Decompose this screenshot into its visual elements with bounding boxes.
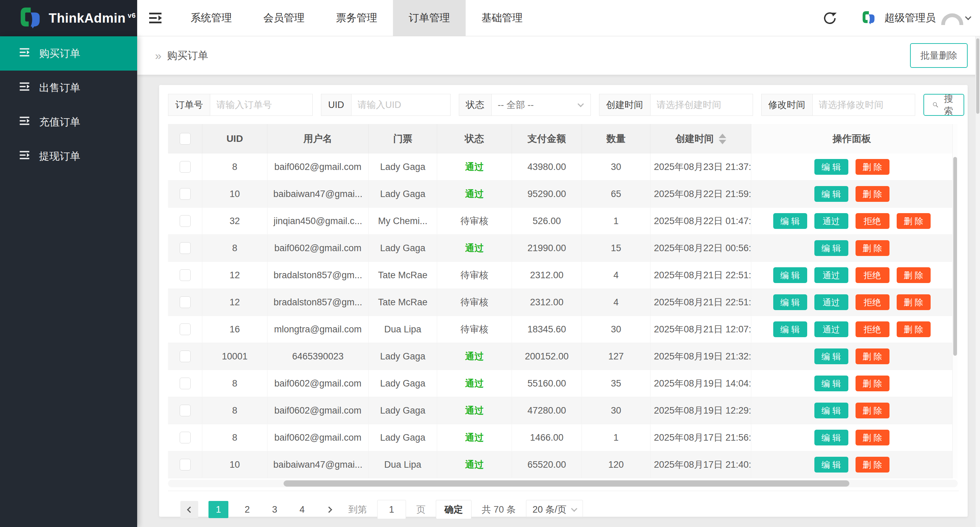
update-time-input[interactable] [812, 94, 915, 116]
search-button[interactable]: 搜 索 [923, 94, 964, 116]
cell-created: 2025年08月21日 22:51:4 [651, 262, 751, 289]
select-all-checkbox[interactable] [180, 133, 191, 144]
main-content: » 购买订单 批量删除 订单号 UID 状态 -- 全部 -- [137, 37, 980, 527]
sort-created-control[interactable] [719, 133, 726, 144]
nav-item-1[interactable]: 会员管理 [248, 0, 320, 36]
status-select[interactable]: -- 全部 -- [492, 94, 591, 116]
prev-page-button[interactable] [180, 501, 198, 518]
edit-button[interactable]: 编 辑 [815, 457, 848, 473]
table-horizontal-scrollbar[interactable] [168, 480, 958, 487]
row-checkbox[interactable] [180, 432, 191, 443]
page-size-select[interactable]: 20 条/页 [526, 500, 583, 519]
reject-button[interactable]: 拒绝 [856, 213, 889, 229]
approve-button[interactable]: 通过 [815, 267, 848, 283]
reject-button[interactable]: 拒绝 [856, 294, 889, 310]
approve-button[interactable]: 通过 [815, 294, 848, 310]
delete-button[interactable]: 删 除 [897, 294, 931, 310]
edit-button[interactable]: 编 辑 [815, 348, 848, 364]
table-vertical-scrollbar[interactable] [952, 124, 958, 478]
delete-button[interactable]: 删 除 [856, 376, 889, 391]
sidebar-item-2[interactable]: 充值订单 [0, 105, 137, 139]
row-checkbox-cell [168, 343, 202, 370]
delete-button[interactable]: 删 除 [856, 430, 889, 446]
next-page-button[interactable] [321, 501, 338, 518]
edit-button[interactable]: 编 辑 [815, 186, 848, 202]
cell-status: 待审核 [437, 262, 512, 289]
delete-button[interactable]: 删 除 [856, 240, 889, 256]
row-checkbox-cell [168, 424, 202, 451]
vertical-scrollbar-thumb[interactable] [953, 157, 957, 356]
search-icon [932, 100, 939, 110]
edit-button[interactable]: 编 辑 [815, 240, 848, 256]
cell-ticket: Lady Gaga [369, 154, 437, 180]
cell-created: 2025年08月17日 21:40:5 [651, 451, 751, 478]
nav-item-4[interactable]: 基础管理 [466, 0, 538, 36]
reject-button[interactable]: 拒绝 [856, 267, 889, 283]
delete-button[interactable]: 删 除 [856, 159, 889, 175]
row-checkbox[interactable] [180, 324, 191, 335]
cell-status: 通过 [437, 424, 512, 451]
sort-desc-icon[interactable] [719, 140, 726, 144]
approve-button[interactable]: 通过 [815, 213, 848, 229]
nav-item-3[interactable]: 订单管理 [393, 0, 466, 36]
page-scrollbar[interactable] [975, 37, 980, 527]
delete-button[interactable]: 删 除 [897, 267, 931, 283]
row-checkbox[interactable] [180, 269, 191, 281]
refresh-icon[interactable] [822, 10, 838, 26]
cell-ticket: Tate McRae [369, 289, 437, 316]
delete-button[interactable]: 删 除 [856, 186, 889, 202]
nav-item-2[interactable]: 票务管理 [320, 0, 393, 36]
uid-input[interactable] [351, 94, 450, 116]
sidebar-item-0[interactable]: 购买订单 [0, 37, 137, 71]
page-button-3[interactable]: 3 [266, 501, 283, 518]
row-checkbox[interactable] [180, 459, 191, 470]
order-no-label: 订单号 [168, 94, 210, 116]
edit-button[interactable]: 编 辑 [815, 159, 848, 175]
edit-button[interactable]: 编 辑 [815, 376, 848, 391]
username[interactable]: 超级管理员 [885, 11, 936, 25]
horizontal-scrollbar-thumb[interactable] [283, 480, 850, 487]
delete-button[interactable]: 删 除 [856, 457, 889, 473]
user-chevron-down-icon[interactable] [965, 14, 971, 20]
row-checkbox[interactable] [180, 351, 191, 362]
row-checkbox[interactable] [180, 242, 191, 254]
delete-button[interactable]: 删 除 [856, 403, 889, 418]
nav-item-0[interactable]: 系统管理 [175, 0, 248, 36]
delete-button[interactable]: 删 除 [856, 348, 889, 364]
sidebar-item-3[interactable]: 提现订单 [0, 139, 137, 173]
cell-uid: 10 [202, 451, 267, 478]
edit-button[interactable]: 编 辑 [773, 321, 807, 337]
order-no-input[interactable] [210, 94, 313, 116]
cell-created: 2025年08月21日 12:07:4 [651, 316, 751, 343]
sidebar-toggle-icon[interactable] [137, 0, 175, 36]
cell-user: baibaiwan47@gmai... [267, 451, 369, 478]
cell-amount: 21990.00 [512, 235, 582, 262]
edit-button[interactable]: 编 辑 [773, 294, 807, 310]
edit-button[interactable]: 编 辑 [773, 267, 807, 283]
orders-table: UID 用户名 门票 状态 支付金额 数量 创建时间 [168, 124, 952, 478]
goto-confirm-button[interactable]: 确定 [436, 500, 471, 519]
cell-qty: 30 [582, 154, 651, 180]
edit-button[interactable]: 编 辑 [815, 430, 848, 446]
sidebar-item-1[interactable]: 出售订单 [0, 71, 137, 105]
edit-button[interactable]: 编 辑 [773, 213, 807, 229]
delete-button[interactable]: 删 除 [897, 321, 931, 337]
row-checkbox[interactable] [180, 161, 191, 173]
approve-button[interactable]: 通过 [815, 321, 848, 337]
page-scrollbar-thumb[interactable] [976, 38, 979, 114]
row-checkbox[interactable] [180, 188, 191, 200]
delete-button[interactable]: 删 除 [897, 213, 931, 229]
row-checkbox[interactable] [180, 405, 191, 416]
row-checkbox[interactable] [180, 297, 191, 308]
page-button-4[interactable]: 4 [294, 501, 311, 518]
goto-page-input[interactable] [377, 500, 406, 519]
sort-asc-icon[interactable] [719, 133, 726, 138]
page-button-2[interactable]: 2 [239, 501, 256, 518]
edit-button[interactable]: 编 辑 [815, 403, 848, 418]
row-checkbox[interactable] [180, 378, 191, 389]
reject-button[interactable]: 拒绝 [856, 321, 889, 337]
page-button-1[interactable]: 1 [208, 501, 228, 518]
create-time-input[interactable] [650, 94, 753, 116]
batch-delete-button[interactable]: 批量删除 [910, 43, 968, 68]
row-checkbox[interactable] [180, 215, 191, 227]
